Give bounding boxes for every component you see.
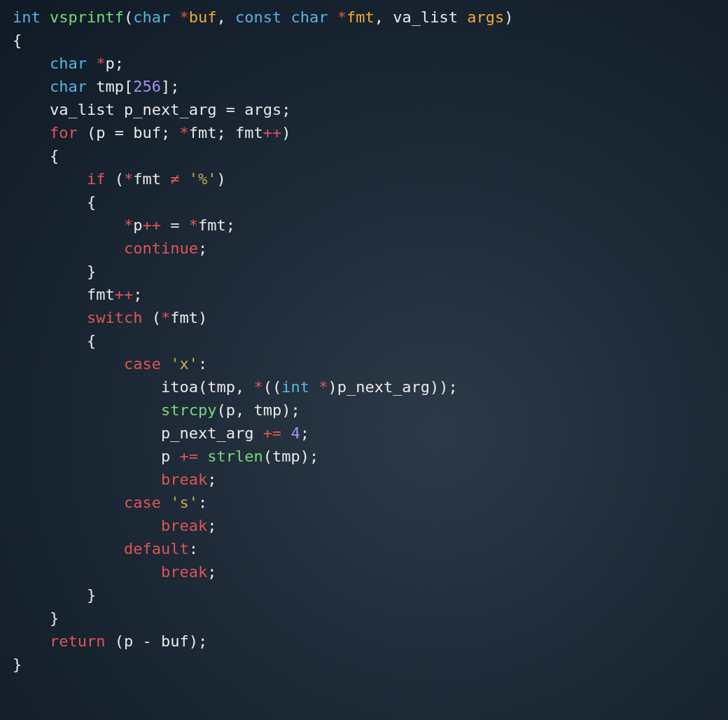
- token-punc: ];: [161, 78, 180, 95]
- code-line: }: [13, 609, 59, 627]
- token-star: *: [124, 170, 133, 188]
- token-func: strcpy: [161, 401, 216, 419]
- code-line: itoa(tmp, *((int *)p_next_arg));: [13, 378, 458, 396]
- token-text: [161, 494, 170, 511]
- token-param: buf: [189, 8, 217, 26]
- token-type: char: [50, 78, 87, 95]
- token-ident: buf: [133, 124, 161, 141]
- token-star: *: [318, 378, 328, 396]
- token-ident: p_next_arg: [337, 378, 430, 396]
- token-punc: (: [115, 632, 124, 650]
- code-line: break;: [13, 471, 216, 488]
- token-punc: ,: [216, 8, 235, 26]
- token-kw: return: [50, 632, 105, 650]
- token-punc: }: [87, 586, 96, 604]
- token-text: [328, 8, 337, 26]
- token-punc: ): [198, 309, 207, 326]
- token-punc: (: [198, 378, 207, 396]
- token-type: const: [235, 8, 281, 26]
- token-punc: }: [50, 609, 59, 627]
- token-ident: tmp: [96, 78, 124, 95]
- token-star: ++: [142, 216, 161, 234]
- token-punc: ): [281, 124, 290, 141]
- token-kw: break: [161, 517, 207, 534]
- code-line: p_next_arg += 4;: [13, 424, 309, 442]
- token-punc: ;: [207, 563, 216, 581]
- token-punc: =: [170, 216, 189, 234]
- token-text: [105, 170, 114, 188]
- token-text: [13, 540, 124, 558]
- token-text: [198, 448, 207, 465]
- token-text: [13, 609, 50, 627]
- token-text: [13, 424, 161, 442]
- token-punc: ): [216, 170, 225, 188]
- code-line: p += strlen(tmp);: [13, 448, 318, 465]
- token-kw: default: [124, 540, 189, 558]
- token-ident: fmt: [235, 124, 263, 141]
- token-star: *: [253, 378, 262, 396]
- token-ident: fmt: [87, 286, 115, 303]
- token-punc: ;: [198, 240, 207, 257]
- token-star: +=: [263, 424, 282, 442]
- token-punc: ));: [430, 378, 458, 396]
- token-punc: ;: [226, 216, 235, 234]
- token-punc: );: [300, 448, 319, 465]
- token-ident: p: [161, 448, 180, 465]
- token-text: [13, 240, 124, 257]
- token-text: [13, 517, 161, 534]
- token-star: *: [161, 309, 170, 326]
- token-ident: p: [105, 55, 114, 72]
- code-line: strcpy(p, tmp);: [13, 401, 300, 419]
- token-ident: fmt: [170, 309, 198, 326]
- token-kw: break: [161, 563, 207, 581]
- token-text: [13, 332, 87, 349]
- token-text: [13, 563, 161, 581]
- code-line: {: [13, 32, 22, 49]
- code-line: break;: [13, 517, 216, 534]
- token-punc: (: [124, 8, 133, 26]
- token-text: [281, 424, 290, 442]
- token-ident: va_list: [393, 8, 467, 26]
- token-star: ++: [263, 124, 282, 141]
- code-line: char tmp[256];: [13, 78, 179, 95]
- token-ident: fmt: [198, 216, 226, 234]
- code-line: return (p - buf);: [13, 632, 207, 650]
- token-punc: ,: [235, 378, 254, 396]
- code-line: {: [13, 332, 96, 349]
- token-text: [13, 193, 87, 211]
- token-neq: ≠: [170, 170, 179, 188]
- token-type: char: [290, 8, 328, 26]
- token-type: char: [50, 55, 87, 72]
- token-text: [13, 494, 124, 511]
- code-line: }: [13, 263, 96, 280]
- token-punc: :: [189, 540, 198, 558]
- token-kw: for: [50, 124, 78, 141]
- token-str: 's': [170, 494, 198, 511]
- token-text: [13, 263, 87, 280]
- token-str: 'x': [170, 355, 198, 373]
- code-line: char *p;: [13, 55, 124, 72]
- token-kw: switch: [87, 309, 142, 326]
- token-punc: ;: [281, 101, 290, 118]
- code-line: for (p = buf; *fmt; fmt++): [13, 124, 290, 141]
- token-text: [179, 170, 188, 188]
- token-star: *: [337, 8, 346, 26]
- token-ident: p: [226, 401, 235, 419]
- token-ident: tmp: [207, 378, 235, 396]
- token-text: [87, 55, 96, 72]
- token-text: [78, 124, 87, 141]
- token-type: char: [133, 8, 170, 26]
- token-punc: =: [115, 124, 134, 141]
- token-star: *: [124, 216, 133, 234]
- token-punc: (: [87, 124, 96, 141]
- token-punc: :: [198, 494, 207, 511]
- token-punc: {: [50, 147, 59, 165]
- token-punc: ): [328, 378, 337, 396]
- token-punc: =: [226, 101, 245, 118]
- token-punc: ;: [133, 286, 142, 303]
- token-text: [281, 8, 290, 26]
- token-text: [170, 8, 179, 26]
- token-punc: );: [281, 401, 300, 419]
- token-punc: ;: [207, 517, 216, 534]
- token-punc: ;: [115, 55, 124, 72]
